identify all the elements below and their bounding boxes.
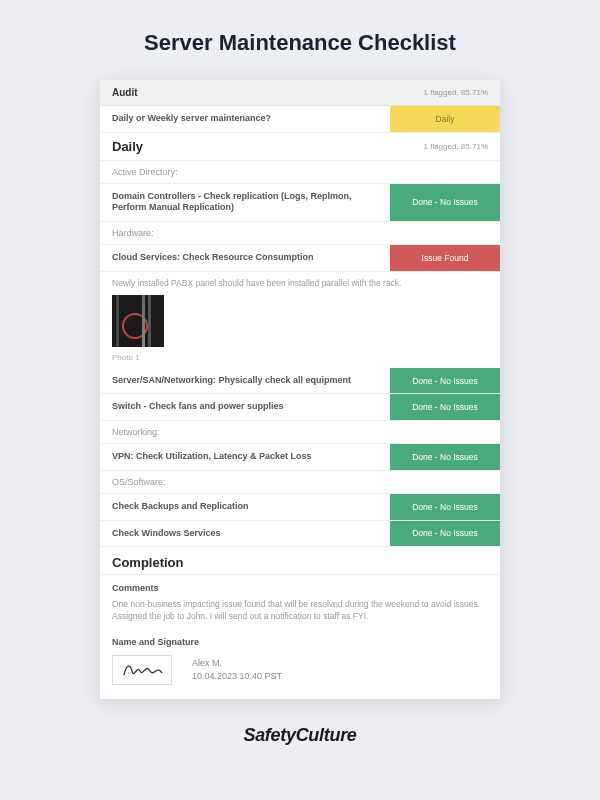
brand-logo: SafetyCulture — [0, 725, 600, 746]
daily-flagged: 1 flagged, 85.71% — [424, 142, 489, 151]
item-status: Done - No Issues — [390, 494, 500, 520]
item-backups: Check Backups and Replication Done - No … — [100, 494, 500, 521]
item-status: Done - No Issues — [390, 184, 500, 221]
daily-title: Daily — [112, 139, 143, 154]
cloud-note: Newly installed PABX panel should have b… — [100, 272, 500, 291]
photo-caption: Photo 1 — [100, 351, 500, 368]
signature-row: Alex M. 10.04.2023 10:40 PST — [100, 651, 500, 699]
subheading-networking: Networking: — [100, 421, 500, 444]
signature-icon — [120, 659, 164, 681]
frequency-status: Daily — [390, 106, 500, 132]
signature-info: Alex M. 10.04.2023 10:40 PST — [192, 657, 282, 682]
item-windows-services: Check Windows Services Done - No Issues — [100, 521, 500, 548]
signature-datetime: 10.04.2023 10:40 PST — [192, 670, 282, 683]
audit-title: Audit — [112, 87, 138, 98]
comments-body: One non-business impacting issue found t… — [100, 595, 500, 631]
daily-header: Daily 1 flagged, 85.71% — [100, 133, 500, 161]
signature-name: Alex M. — [192, 657, 282, 670]
page-title: Server Maintenance Checklist — [0, 0, 600, 80]
item-status: Done - No Issues — [390, 394, 500, 420]
item-server-san: Server/SAN/Networking: Physically check … — [100, 368, 500, 395]
item-status: Done - No Issues — [390, 521, 500, 547]
item-label: Check Windows Services — [100, 521, 390, 547]
checklist-card: Audit 1 flagged, 85.71% Daily or Weekly … — [100, 80, 500, 699]
comments-label: Comments — [100, 575, 500, 595]
completion-title: Completion — [100, 547, 500, 575]
item-domain-controllers: Domain Controllers - Check replication (… — [100, 184, 500, 222]
subheading-hardware: Hardware: — [100, 222, 500, 245]
subheading-os-software: OS/Software: — [100, 471, 500, 494]
item-switch: Switch - Check fans and power supplies D… — [100, 394, 500, 421]
frequency-row: Daily or Weekly server maintenance? Dail… — [100, 106, 500, 133]
audit-flagged: 1 flagged, 85.71% — [424, 88, 489, 97]
item-label: Server/SAN/Networking: Physically check … — [100, 368, 390, 394]
item-label: Cloud Services: Check Resource Consumpti… — [100, 245, 390, 271]
photo-wrap — [100, 291, 500, 351]
item-status: Done - No Issues — [390, 368, 500, 394]
item-cloud-services: Cloud Services: Check Resource Consumpti… — [100, 245, 500, 272]
item-label: Check Backups and Replication — [100, 494, 390, 520]
item-vpn: VPN: Check Utilization, Latency & Packet… — [100, 444, 500, 471]
item-status: Done - No Issues — [390, 444, 500, 470]
frequency-label: Daily or Weekly server maintenance? — [100, 106, 390, 132]
audit-header: Audit 1 flagged, 85.71% — [100, 80, 500, 106]
item-label: Switch - Check fans and power supplies — [100, 394, 390, 420]
item-label: VPN: Check Utilization, Latency & Packet… — [100, 444, 390, 470]
subheading-active-directory: Active Directory: — [100, 161, 500, 184]
photo-thumbnail[interactable] — [112, 295, 164, 347]
item-label: Domain Controllers - Check replication (… — [100, 184, 390, 221]
signature-box — [112, 655, 172, 685]
item-status: Issue Found — [390, 245, 500, 271]
signature-label: Name and Signature — [100, 631, 500, 651]
